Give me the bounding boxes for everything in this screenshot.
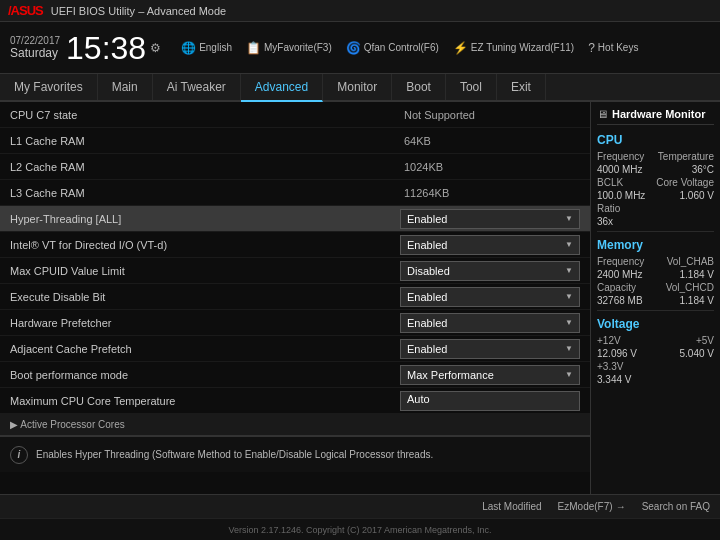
hw-volt-12-row: +12V +5V [597, 335, 714, 346]
dropdown-boot-perf-value: Max Performance [407, 369, 494, 381]
hw-volt-5-value: 5.040 V [680, 348, 714, 359]
main-layout: CPU C7 state Not Supported L1 Cache RAM … [0, 102, 720, 494]
settings-gear-icon[interactable]: ⚙ [150, 41, 161, 55]
toolbar-myfavorite[interactable]: 📋 MyFavorite(F3) [246, 41, 332, 55]
toolbar-icons: 🌐 English 📋 MyFavorite(F3) 🌀 Qfan Contro… [181, 41, 638, 55]
nav-my-favorites[interactable]: My Favorites [0, 74, 98, 100]
value-l1-cache: 64KB [400, 135, 580, 147]
hw-cpu-ratio-value-row: 36x [597, 216, 714, 227]
language-label: English [199, 42, 232, 53]
info-text: Enables Hyper Threading (Software Method… [36, 449, 433, 460]
dropdown-intel-vt-value: Enabled [407, 239, 447, 251]
hw-cpu-freq-row: Frequency Temperature [597, 151, 714, 162]
hw-cpu-bclk-row: BCLK Core Voltage [597, 177, 714, 188]
hw-voltage-section-title: Voltage [597, 317, 714, 331]
hw-cpu-voltage-label: Core Voltage [656, 177, 714, 188]
toolbar-ez-tuning[interactable]: ⚡ EZ Tuning Wizard(F11) [453, 41, 574, 55]
nav-ai-tweaker[interactable]: Ai Tweaker [153, 74, 241, 100]
footer-text: Version 2.17.1246. Copyright (C) 2017 Am… [228, 525, 491, 535]
bottom-bar: Last Modified EzMode(F7) → Search on FAQ [0, 494, 720, 518]
hw-cpu-freq-value-row: 4000 MHz 36°C [597, 164, 714, 175]
hw-cpu-temp-label: Temperature [658, 151, 714, 162]
label-l3-cache: L3 Cache RAM [10, 187, 400, 199]
day-display: Saturday [10, 46, 60, 60]
dropdown-intel-vt[interactable]: Enabled [400, 235, 580, 255]
hw-mem-cap-row: Capacity Vol_CHCD [597, 282, 714, 293]
input-max-cpu-temp[interactable]: Auto [400, 391, 580, 411]
hw-monitor-panel: 🖥 Hardware Monitor CPU Frequency Tempera… [590, 102, 720, 494]
ez-tuning-label: EZ Tuning Wizard(F11) [471, 42, 574, 53]
hw-volt-33-value-row: 3.344 V [597, 374, 714, 385]
hw-cpu-ratio-row: Ratio [597, 203, 714, 214]
row-max-cpuid[interactable]: Max CPUID Value Limit Disabled [0, 258, 590, 284]
hw-memory-section-title: Memory [597, 238, 714, 252]
row-cpu-c7-state[interactable]: CPU C7 state Not Supported [0, 102, 590, 128]
value-cpu-c7-state: Not Supported [400, 109, 580, 121]
row-intel-vt[interactable]: Intel® VT for Directed I/O (VT-d) Enable… [0, 232, 590, 258]
info-icon: i [10, 446, 28, 464]
hw-cpu-freq-value: 4000 MHz [597, 164, 643, 175]
datetime-bar: 07/22/2017 Saturday 15:38 ⚙ 🌐 English 📋 … [0, 22, 720, 74]
value-l3-cache: 11264KB [400, 187, 580, 199]
hw-mem-volchab-label: Vol_CHAB [667, 256, 714, 267]
last-modified-label: Last Modified [482, 501, 541, 512]
toolbar-qfan[interactable]: 🌀 Qfan Control(F6) [346, 41, 439, 55]
nav-bar: My Favorites Main Ai Tweaker Advanced Mo… [0, 74, 720, 102]
dropdown-adj-cache[interactable]: Enabled [400, 339, 580, 359]
label-cpu-c7-state: CPU C7 state [10, 109, 400, 121]
label-active-processor-cores: ▶ Active Processor Cores [10, 419, 580, 430]
hw-monitor-header: 🖥 Hardware Monitor [597, 108, 714, 125]
label-hw-prefetcher: Hardware Prefetcher [10, 317, 400, 329]
toolbar-hot-keys[interactable]: ? Hot Keys [588, 41, 638, 55]
value-l2-cache: 1024KB [400, 161, 580, 173]
nav-advanced[interactable]: Advanced [241, 74, 323, 102]
dropdown-hw-prefetcher[interactable]: Enabled [400, 313, 580, 333]
dropdown-hyper-threading[interactable]: Enabled [400, 209, 580, 229]
nav-monitor[interactable]: Monitor [323, 74, 392, 100]
dropdown-boot-perf[interactable]: Max Performance [400, 365, 580, 385]
section-active-processor-cores[interactable]: ▶ Active Processor Cores [0, 414, 590, 436]
row-l2-cache[interactable]: L2 Cache RAM 1024KB [0, 154, 590, 180]
hw-cpu-bclk-value: 100.0 MHz [597, 190, 645, 201]
nav-boot[interactable]: Boot [392, 74, 446, 100]
hw-mem-freq-value: 2400 MHz [597, 269, 643, 280]
search-faq-label: Search on FAQ [642, 501, 710, 512]
nav-tool[interactable]: Tool [446, 74, 497, 100]
nav-main[interactable]: Main [98, 74, 153, 100]
row-hw-prefetcher[interactable]: Hardware Prefetcher Enabled [0, 310, 590, 336]
hw-volt-12-label: +12V [597, 335, 621, 346]
hw-mem-cap-value: 32768 MB [597, 295, 643, 306]
row-execute-disable[interactable]: Execute Disable Bit Enabled [0, 284, 590, 310]
row-l1-cache[interactable]: L1 Cache RAM 64KB [0, 128, 590, 154]
top-bar: /ASUS UEFI BIOS Utility – Advanced Mode [0, 0, 720, 22]
info-bar: i Enables Hyper Threading (Software Meth… [0, 436, 590, 472]
label-execute-disable: Execute Disable Bit [10, 291, 400, 303]
ez-mode-btn[interactable]: EzMode(F7) → [558, 501, 626, 512]
language-icon: 🌐 [181, 41, 196, 55]
dropdown-execute-disable[interactable]: Enabled [400, 287, 580, 307]
row-l3-cache[interactable]: L3 Cache RAM 11264KB [0, 180, 590, 206]
search-faq-btn[interactable]: Search on FAQ [642, 501, 710, 512]
hw-cpu-bclk-value-row: 100.0 MHz 1.060 V [597, 190, 714, 201]
row-adj-cache[interactable]: Adjacent Cache Prefetch Enabled [0, 336, 590, 362]
qfan-label: Qfan Control(F6) [364, 42, 439, 53]
input-max-cpu-temp-value: Auto [407, 393, 430, 405]
hw-mem-freq-label: Frequency [597, 256, 644, 267]
toolbar-language[interactable]: 🌐 English [181, 41, 232, 55]
nav-exit[interactable]: Exit [497, 74, 546, 100]
dropdown-max-cpuid[interactable]: Disabled [400, 261, 580, 281]
row-boot-perf[interactable]: Boot performance mode Max Performance [0, 362, 590, 388]
ez-mode-label: EzMode(F7) [558, 501, 613, 512]
dropdown-hyper-threading-value: Enabled [407, 213, 447, 225]
label-max-cpuid: Max CPUID Value Limit [10, 265, 400, 277]
hw-mem-cap-value-row: 32768 MB 1.184 V [597, 295, 714, 306]
row-max-cpu-temp[interactable]: Maximum CPU Core Temperature Auto [0, 388, 590, 414]
hw-mem-cap-label: Capacity [597, 282, 636, 293]
label-l2-cache: L2 Cache RAM [10, 161, 400, 173]
date-block: 07/22/2017 Saturday [10, 35, 60, 60]
ez-mode-icon: → [616, 501, 626, 512]
last-modified-btn[interactable]: Last Modified [482, 501, 541, 512]
asus-logo: /ASUS [8, 3, 43, 18]
row-hyper-threading[interactable]: Hyper-Threading [ALL] Enabled [0, 206, 590, 232]
label-adj-cache: Adjacent Cache Prefetch [10, 343, 400, 355]
